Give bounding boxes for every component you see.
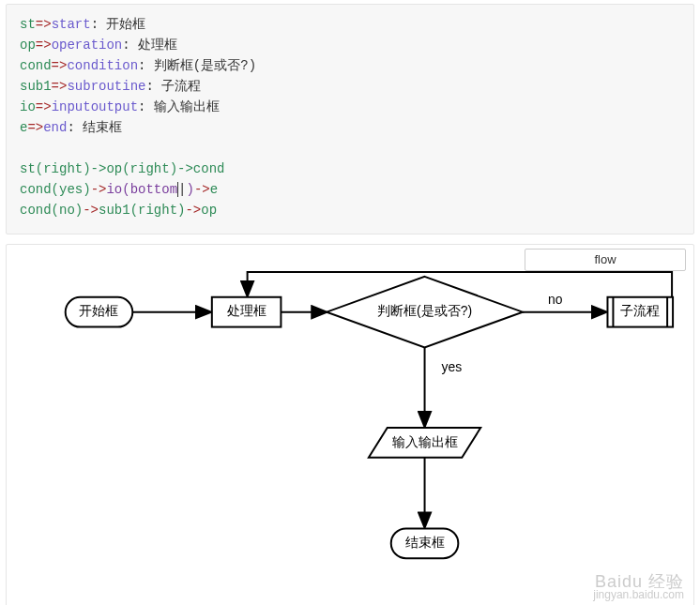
no-label: no bbox=[548, 292, 563, 307]
operation-label: 处理框 bbox=[227, 303, 266, 318]
subroutine-label: 子流程 bbox=[620, 303, 660, 318]
condition-label: 判断框(是或否?) bbox=[377, 303, 472, 318]
code-block[interactable]: st=>start: 开始框 op=>operation: 处理框 cond=>… bbox=[6, 4, 694, 234]
flow-button[interactable]: flow bbox=[525, 249, 686, 271]
flowchart-svg: 开始框 处理框 判断框(是或否?) yes no 子流程 输入输出框 结束框 bbox=[14, 252, 686, 599]
flowchart-panel: flow 开始框 处理框 判断框(是或否?) yes no bbox=[6, 244, 694, 605]
io-label: 输入输出框 bbox=[392, 434, 458, 449]
yes-label: yes bbox=[441, 359, 462, 374]
start-label: 开始框 bbox=[79, 303, 118, 318]
end-label: 结束框 bbox=[405, 535, 445, 550]
